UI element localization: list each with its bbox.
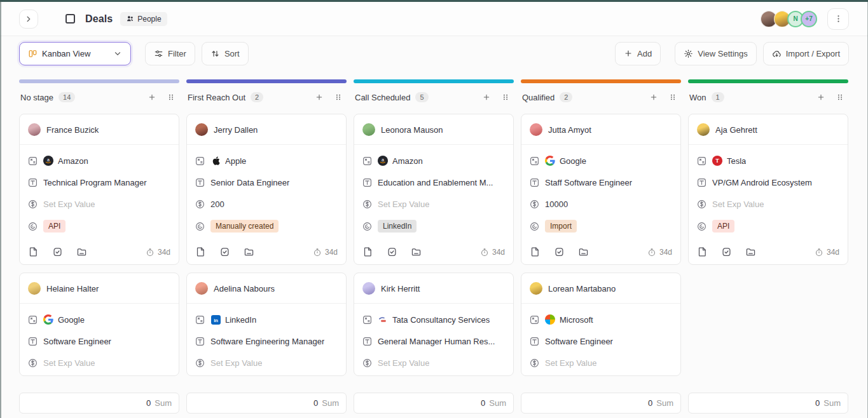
source-tag[interactable]: API bbox=[43, 220, 65, 233]
deal-card[interactable]: Lorean MartabanoMicrosoftSoftware Engine… bbox=[521, 273, 681, 376]
source-tag[interactable]: API bbox=[712, 220, 734, 233]
tasks-button[interactable] bbox=[219, 246, 230, 257]
column-sum-footer[interactable]: 0Sum bbox=[19, 393, 179, 414]
company-chip[interactable]: Tata Consultancy Services bbox=[378, 314, 490, 325]
source-tag[interactable]: LinkedIn bbox=[378, 220, 417, 233]
company-chip[interactable]: TTesla bbox=[712, 156, 746, 166]
company-chip[interactable]: aAmazon bbox=[378, 156, 423, 166]
column-add-button[interactable] bbox=[647, 90, 661, 104]
card-exp-value[interactable]: Set Exp Value bbox=[378, 199, 429, 209]
exp-value-field-row: Set Exp Value bbox=[28, 198, 170, 210]
column-sum-footer[interactable]: 0Sum bbox=[354, 393, 514, 414]
card-header: Jutta Amyot bbox=[521, 123, 680, 145]
currency-icon bbox=[28, 358, 38, 368]
relation-icon bbox=[530, 315, 539, 325]
import-export-button[interactable]: Import / Export bbox=[763, 42, 849, 65]
notes-button[interactable] bbox=[530, 246, 541, 257]
company-chip[interactable]: Google bbox=[545, 156, 586, 166]
related-object-chip-people[interactable]: People bbox=[120, 12, 167, 26]
column-drag-handle-icon[interactable] bbox=[331, 90, 345, 104]
card-age-text: 34d bbox=[492, 248, 505, 257]
card-person-name: Jerry Dallen bbox=[214, 125, 258, 135]
deal-card[interactable]: Leonora MausonaAmazonEducation and Enabl… bbox=[354, 114, 514, 265]
deal-card[interactable]: Helaine HalterGoogleSoftware EngineerSet… bbox=[19, 273, 179, 376]
avatar bbox=[28, 282, 41, 295]
column-add-button[interactable] bbox=[145, 90, 159, 104]
deal-card[interactable]: France BuzickaAmazonTechnical Program Ma… bbox=[19, 114, 179, 265]
deal-card[interactable]: Aja GehrettTTeslaVP/GM Android Ecosystem… bbox=[688, 114, 848, 265]
plus-icon bbox=[816, 93, 825, 102]
relation-icon bbox=[195, 315, 205, 325]
sum-value: 0 bbox=[146, 398, 151, 408]
company-field-row: aAmazon bbox=[28, 155, 170, 166]
sort-button[interactable]: Sort bbox=[202, 42, 249, 65]
card-exp-value[interactable]: Set Exp Value bbox=[43, 358, 95, 368]
avatar bbox=[362, 282, 375, 295]
svg-text:a: a bbox=[47, 158, 50, 162]
column-drag-handle-icon[interactable] bbox=[499, 90, 513, 104]
card-job-title: Staff Software Engineer bbox=[545, 178, 632, 187]
filter-button[interactable]: Filter bbox=[145, 42, 195, 65]
column-sum-footer[interactable]: 0Sum bbox=[186, 393, 347, 414]
text-icon bbox=[195, 337, 205, 346]
notes-button[interactable] bbox=[697, 246, 708, 257]
card-exp-value[interactable]: Set Exp Value bbox=[378, 358, 429, 368]
column-drag-handle-icon[interactable] bbox=[164, 90, 178, 104]
company-chip[interactable]: aAmazon bbox=[43, 156, 88, 166]
source-tag[interactable]: Import bbox=[545, 220, 577, 233]
notes-button[interactable] bbox=[195, 246, 206, 257]
source-tag[interactable]: Manually created bbox=[210, 220, 279, 233]
attachments-button[interactable] bbox=[411, 246, 422, 257]
company-chip[interactable]: inLinkedIn bbox=[210, 314, 256, 325]
column-drag-handle-icon[interactable] bbox=[666, 90, 680, 104]
workspace-members-avatars[interactable]: N+7 bbox=[761, 11, 817, 27]
view-settings-button[interactable]: View Settings bbox=[675, 42, 757, 65]
attachments-button[interactable] bbox=[76, 246, 87, 257]
deal-card[interactable]: Jerry DallenAppleSenior Data Engineer200… bbox=[186, 114, 347, 265]
expand-sidebar-button[interactable] bbox=[19, 10, 38, 29]
notes-button[interactable] bbox=[28, 246, 39, 257]
job-title-field-row: Staff Software Engineer bbox=[530, 177, 672, 188]
company-chip[interactable]: Apple bbox=[210, 156, 246, 166]
view-switcher-dropdown[interactable]: Kanban View bbox=[19, 42, 131, 65]
column-add-button[interactable] bbox=[479, 90, 493, 104]
company-field-row: Microsoft bbox=[530, 314, 672, 325]
attachments-button[interactable] bbox=[745, 246, 756, 257]
currency-icon bbox=[195, 199, 205, 209]
column-sum-footer[interactable]: 0Sum bbox=[521, 393, 681, 414]
card-exp-value[interactable]: 200 bbox=[210, 199, 224, 209]
card-exp-value[interactable]: Set Exp Value bbox=[210, 358, 262, 368]
card-age: 34d bbox=[480, 248, 505, 257]
deal-card[interactable]: Adelina NaboursinLinkedInSoftware Engine… bbox=[186, 273, 347, 376]
relation-icon bbox=[362, 315, 372, 325]
tasks-button[interactable] bbox=[387, 246, 397, 257]
column-drag-handle-icon[interactable] bbox=[833, 90, 847, 104]
tasks-button[interactable] bbox=[554, 246, 565, 257]
column-cards: Leonora MausonaAmazonEducation and Enabl… bbox=[354, 114, 514, 418]
currency-icon bbox=[362, 358, 372, 368]
page-menu-button[interactable] bbox=[827, 8, 849, 30]
company-chip[interactable]: Google bbox=[43, 314, 85, 325]
notes-button[interactable] bbox=[362, 246, 373, 257]
column-add-button[interactable] bbox=[312, 90, 326, 104]
avatar[interactable]: +7 bbox=[801, 11, 817, 27]
deal-card[interactable]: Kirk HerrittTata Consultancy ServicesGen… bbox=[354, 273, 514, 376]
card-age: 34d bbox=[647, 248, 672, 257]
tasks-icon bbox=[52, 246, 63, 257]
tasks-button[interactable] bbox=[721, 246, 732, 257]
add-record-button[interactable]: Add bbox=[615, 42, 661, 65]
deal-card[interactable]: Jutta AmyotGoogleStaff Software Engineer… bbox=[521, 114, 681, 265]
deals-object-icon bbox=[65, 14, 75, 24]
attachments-button[interactable] bbox=[244, 246, 254, 257]
tasks-button[interactable] bbox=[52, 246, 63, 257]
card-exp-value[interactable]: Set Exp Value bbox=[712, 199, 764, 209]
card-exp-value[interactable]: Set Exp Value bbox=[545, 358, 596, 368]
card-exp-value[interactable]: Set Exp Value bbox=[43, 199, 95, 209]
card-job-title: Software Engineering Manager bbox=[210, 337, 324, 346]
column-sum-footer[interactable]: 0Sum bbox=[688, 393, 848, 414]
attachments-button[interactable] bbox=[578, 246, 589, 257]
card-exp-value[interactable]: 10000 bbox=[545, 199, 568, 209]
company-chip[interactable]: Microsoft bbox=[545, 314, 593, 325]
column-add-button[interactable] bbox=[814, 90, 828, 104]
chevron-down-icon bbox=[113, 49, 122, 58]
